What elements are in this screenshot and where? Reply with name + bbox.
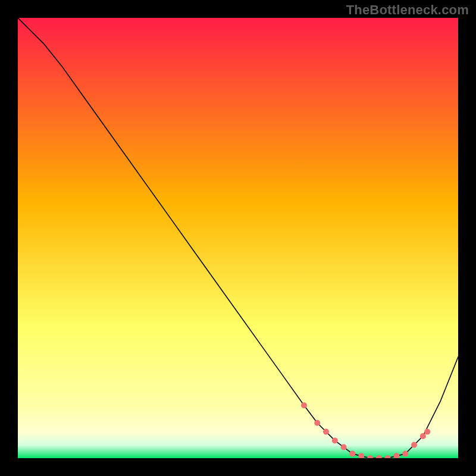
marker-dot [332,437,338,443]
marker-dot [411,442,417,448]
marker-dot [420,433,426,439]
marker-dot [323,429,329,435]
marker-dot [402,451,408,457]
watermark-text: TheBottleneck.com [346,2,469,18]
marker-dot [341,444,347,450]
marker-dot [301,402,307,408]
gradient-background [18,18,458,458]
marker-dot [424,429,430,435]
bottleneck-chart [18,18,458,458]
marker-dot [314,420,320,426]
chart-frame: TheBottleneck.com [0,0,476,476]
marker-dot [349,451,355,457]
